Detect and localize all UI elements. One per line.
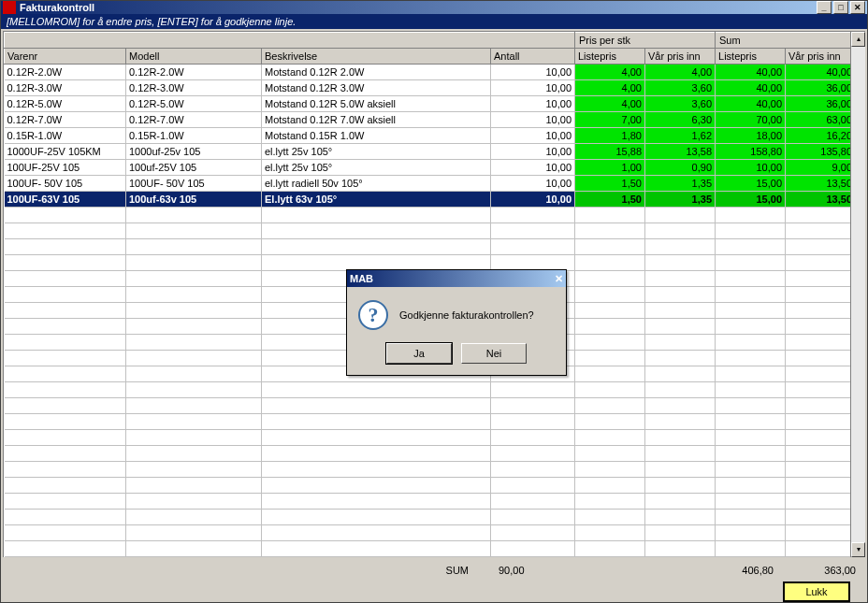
cell-vp1[interactable]: 13,58 bbox=[645, 144, 716, 160]
cell-varenr[interactable]: 0.12R-7.0W bbox=[5, 112, 126, 128]
cell-antall[interactable]: 10,00 bbox=[491, 128, 575, 144]
col-beskrivelse[interactable]: Beskrivelse bbox=[262, 49, 491, 65]
cell-modell[interactable]: 0.15R-1.0W bbox=[126, 128, 262, 144]
cell-lp2[interactable]: 70,00 bbox=[716, 112, 786, 128]
cell-modell[interactable]: 100UF- 50V 105 bbox=[126, 176, 262, 192]
col-varpris-stk[interactable]: Vår pris inn bbox=[645, 49, 716, 65]
table-row[interactable]: 0.15R-1.0W0.15R-1.0WMotstand 0.15R 1.0W1… bbox=[5, 128, 851, 144]
cell-vp1[interactable]: 0,90 bbox=[645, 160, 716, 176]
cell-varenr[interactable]: 100UF- 50V 105 bbox=[5, 176, 126, 192]
cell-besk[interactable]: El.lytt 63v 105° bbox=[262, 192, 491, 208]
table-row[interactable]: 0.12R-2.0W0.12R-2.0WMotstand 0.12R 2.0W1… bbox=[5, 65, 851, 80]
titlebar[interactable]: Fakturakontroll _ □ ✕ bbox=[1, 1, 867, 14]
cell-lp1[interactable]: 15,88 bbox=[575, 144, 645, 160]
cell-besk[interactable]: el.lytt 25v 105° bbox=[262, 144, 491, 160]
cell-lp1[interactable]: 1,80 bbox=[575, 128, 645, 144]
cell-lp1[interactable]: 7,00 bbox=[575, 112, 645, 128]
cell-antall[interactable]: 10,00 bbox=[491, 80, 575, 96]
lukk-button[interactable]: Lukk bbox=[783, 581, 850, 602]
cell-lp2[interactable]: 15,00 bbox=[716, 192, 786, 208]
cell-vp2[interactable]: 16,20 bbox=[786, 128, 850, 144]
table-row-empty[interactable] bbox=[5, 398, 851, 414]
cell-besk[interactable]: Motstand 0.12R 2.0W bbox=[262, 65, 491, 80]
cell-vp1[interactable]: 3,60 bbox=[645, 80, 716, 96]
cell-lp1[interactable]: 1,50 bbox=[575, 192, 645, 208]
cell-modell[interactable]: 0.12R-2.0W bbox=[126, 65, 262, 80]
table-row-empty[interactable] bbox=[5, 239, 851, 255]
cell-vp2[interactable]: 36,00 bbox=[786, 96, 850, 112]
cell-lp1[interactable]: 4,00 bbox=[575, 80, 645, 96]
cell-varenr[interactable]: 100UF-25V 105 bbox=[5, 160, 126, 176]
col-antall[interactable]: Antall bbox=[491, 49, 575, 65]
table-row[interactable]: 100UF- 50V 105100UF- 50V 105el.lytt radi… bbox=[5, 176, 851, 192]
col-modell[interactable]: Modell bbox=[126, 49, 262, 65]
table-row[interactable]: 0.12R-3.0W0.12R-3.0WMotstand 0.12R 3.0W1… bbox=[5, 80, 851, 96]
table-row-empty[interactable] bbox=[5, 541, 851, 557]
vertical-scrollbar[interactable]: ▴ ▾ bbox=[850, 32, 865, 557]
cell-lp1[interactable]: 1,00 bbox=[575, 160, 645, 176]
cell-vp1[interactable]: 1,35 bbox=[645, 192, 716, 208]
table-row-empty[interactable] bbox=[5, 414, 851, 430]
cell-varenr[interactable]: 100UF-63V 105 bbox=[5, 192, 126, 208]
table-row-empty[interactable] bbox=[5, 208, 851, 223]
cell-besk[interactable]: Motstand 0.12R 7.0W aksiell bbox=[262, 112, 491, 128]
table-row-empty[interactable] bbox=[5, 494, 851, 510]
cell-antall[interactable]: 10,00 bbox=[491, 160, 575, 176]
cell-vp2[interactable]: 13,50 bbox=[786, 176, 850, 192]
table-row-empty[interactable] bbox=[5, 510, 851, 525]
col-listepris-stk[interactable]: Listepris bbox=[575, 49, 645, 65]
cell-lp1[interactable]: 1,50 bbox=[575, 176, 645, 192]
cell-vp2[interactable]: 9,00 bbox=[786, 160, 850, 176]
cell-besk[interactable]: Motstand 0.15R 1.0W bbox=[262, 128, 491, 144]
cell-antall[interactable]: 10,00 bbox=[491, 192, 575, 208]
table-row[interactable]: 100UF-63V 105100uf-63v 105El.lytt 63v 10… bbox=[5, 192, 851, 208]
cell-lp2[interactable]: 15,00 bbox=[716, 176, 786, 192]
cell-vp2[interactable]: 135,80 bbox=[786, 144, 850, 160]
cell-antall[interactable]: 10,00 bbox=[491, 96, 575, 112]
cell-modell[interactable]: 0.12R-3.0W bbox=[126, 80, 262, 96]
cell-varenr[interactable]: 1000UF-25V 105KM bbox=[5, 144, 126, 160]
table-row[interactable]: 0.12R-5.0W0.12R-5.0WMotstand 0.12R 5.0W … bbox=[5, 96, 851, 112]
cell-antall[interactable]: 10,00 bbox=[491, 176, 575, 192]
cell-lp1[interactable]: 4,00 bbox=[575, 65, 645, 80]
table-row-empty[interactable] bbox=[5, 446, 851, 462]
scroll-up-button[interactable]: ▴ bbox=[851, 32, 865, 47]
table-row-empty[interactable] bbox=[5, 462, 851, 478]
scroll-down-button[interactable]: ▾ bbox=[851, 542, 865, 557]
col-varenr[interactable]: Varenr bbox=[5, 49, 126, 65]
dialog-close-button[interactable]: ✕ bbox=[555, 273, 563, 285]
cell-varenr[interactable]: 0.12R-5.0W bbox=[5, 96, 126, 112]
cell-varenr[interactable]: 0.15R-1.0W bbox=[5, 128, 126, 144]
maximize-button[interactable]: □ bbox=[833, 1, 848, 14]
col-listepris-sum[interactable]: Listepris bbox=[716, 49, 786, 65]
table-row[interactable]: 0.12R-7.0W0.12R-7.0WMotstand 0.12R 7.0W … bbox=[5, 112, 851, 128]
table-row-empty[interactable] bbox=[5, 478, 851, 494]
cell-vp1[interactable]: 1,35 bbox=[645, 176, 716, 192]
cell-modell[interactable]: 100uf-63v 105 bbox=[126, 192, 262, 208]
minimize-button[interactable]: _ bbox=[817, 1, 832, 14]
cell-vp1[interactable]: 6,30 bbox=[645, 112, 716, 128]
cell-vp1[interactable]: 4,00 bbox=[645, 65, 716, 80]
cell-lp1[interactable]: 4,00 bbox=[575, 96, 645, 112]
cell-vp2[interactable]: 36,00 bbox=[786, 80, 850, 96]
cell-antall[interactable]: 10,00 bbox=[491, 65, 575, 80]
cell-modell[interactable]: 0.12R-7.0W bbox=[126, 112, 262, 128]
cell-lp2[interactable]: 40,00 bbox=[716, 80, 786, 96]
cell-modell[interactable]: 100uf-25V 105 bbox=[126, 160, 262, 176]
table-row[interactable]: 100UF-25V 105100uf-25V 105el.lytt 25v 10… bbox=[5, 160, 851, 176]
cell-modell[interactable]: 1000uf-25v 105 bbox=[126, 144, 262, 160]
cell-lp2[interactable]: 18,00 bbox=[716, 128, 786, 144]
dialog-no-button[interactable]: Nei bbox=[461, 343, 527, 364]
table-row[interactable]: 1000UF-25V 105KM1000uf-25v 105el.lytt 25… bbox=[5, 144, 851, 160]
cell-vp2[interactable]: 13,50 bbox=[786, 192, 850, 208]
cell-antall[interactable]: 10,00 bbox=[491, 144, 575, 160]
cell-vp1[interactable]: 1,62 bbox=[645, 128, 716, 144]
cell-vp1[interactable]: 3,60 bbox=[645, 96, 716, 112]
cell-varenr[interactable]: 0.12R-3.0W bbox=[5, 80, 126, 96]
cell-vp2[interactable]: 63,00 bbox=[786, 112, 850, 128]
cell-varenr[interactable]: 0.12R-2.0W bbox=[5, 65, 126, 80]
table-row-empty[interactable] bbox=[5, 430, 851, 446]
col-varpris-sum[interactable]: Vår pris inn bbox=[786, 49, 850, 65]
cell-lp2[interactable]: 40,00 bbox=[716, 65, 786, 80]
cell-lp2[interactable]: 10,00 bbox=[716, 160, 786, 176]
